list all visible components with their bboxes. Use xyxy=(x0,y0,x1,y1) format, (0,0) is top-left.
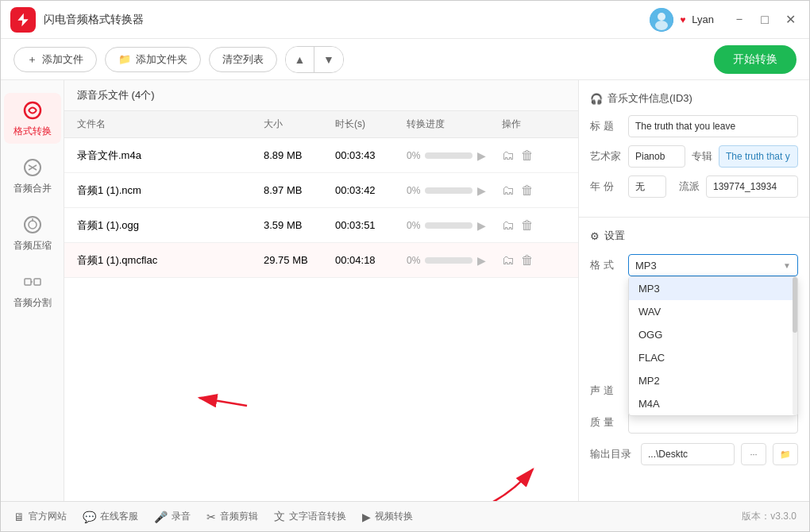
progress-bar: 0% ▶ xyxy=(407,184,502,197)
format-row: 格 式 MP3 ▼ MP3 WAV OGG FLAC MP2 xyxy=(590,254,798,276)
delete-icon[interactable]: 🗑 xyxy=(521,218,534,233)
clear-list-button[interactable]: 清空列表 xyxy=(209,47,277,72)
edit-icon: ✂ xyxy=(206,511,216,523)
add-file-button[interactable]: ＋ 添加文件 xyxy=(14,47,97,72)
split-icon xyxy=(21,271,44,293)
username: Lyan xyxy=(692,13,714,25)
action-btns: 🗂 🗑 xyxy=(502,253,565,268)
delete-icon[interactable]: 🗑 xyxy=(521,183,534,198)
delete-icon[interactable]: 🗑 xyxy=(521,148,534,163)
action-btns: 🗂 🗑 xyxy=(502,183,565,198)
folder-open-icon[interactable]: 🗂 xyxy=(502,253,515,268)
format-option-mp3[interactable]: MP3 xyxy=(629,277,797,300)
year-value[interactable]: 无 xyxy=(628,175,666,198)
table-body: 录音文件.m4a 8.89 MB 00:03:43 0% ▶ 🗂 🗑 音频1 (… xyxy=(64,138,578,501)
title-value[interactable]: The truth that you leave xyxy=(628,115,798,137)
add-folder-button[interactable]: 📁 添加文件夹 xyxy=(105,47,201,72)
id3-title: 🎧 音乐文件信息(ID3) xyxy=(590,91,798,106)
genre-value[interactable]: 139774_13934 xyxy=(706,175,798,198)
table-row[interactable]: 音频1 (1).ogg 3.59 MB 00:03:51 0% ▶ 🗂 🗑 xyxy=(64,208,578,243)
album-field-label: 专辑 xyxy=(692,149,712,164)
sidebar-label-compress: 音频压缩 xyxy=(14,239,52,253)
table-row[interactable]: 音频1 (1).ncm 8.97 MB 00:03:42 0% ▶ 🗂 🗑 xyxy=(64,173,578,208)
col-action: 操作 xyxy=(502,118,565,131)
format-option-mp2[interactable]: MP2 xyxy=(629,369,797,392)
sidebar-item-compress[interactable]: 音频压缩 xyxy=(4,207,61,258)
artist-value[interactable]: Pianob xyxy=(628,145,685,168)
progress-bar: 0% ▶ xyxy=(407,254,502,267)
table-row[interactable]: 录音文件.m4a 8.89 MB 00:03:43 0% ▶ 🗂 🗑 xyxy=(64,138,578,173)
settings-section: ⚙ 设置 格 式 MP3 ▼ MP3 WAV OGG xyxy=(579,218,809,501)
output-path[interactable]: ...\Desktc xyxy=(641,443,735,465)
album-value[interactable]: The truth that y xyxy=(719,145,798,168)
format-option-wav[interactable]: WAV xyxy=(629,300,797,323)
bottom-item-record[interactable]: 🎤 录音 xyxy=(154,510,191,523)
output-path-browse-button[interactable]: 📁 xyxy=(773,443,798,465)
artist-field-label: 艺术家 xyxy=(590,149,622,164)
format-option-ogg[interactable]: OGG xyxy=(629,323,797,346)
table-row[interactable]: 音频1 (1).qmcflac 29.75 MB 00:04:18 0% ▶ 🗂… xyxy=(64,243,578,278)
format-option-flac[interactable]: FLAC xyxy=(629,346,797,369)
tts-icon: 文 xyxy=(274,510,285,524)
folder-open-icon[interactable]: 🗂 xyxy=(502,183,515,198)
move-down-button[interactable]: ▼ xyxy=(314,47,343,72)
sidebar-label-format: 格式转换 xyxy=(14,125,52,138)
svg-point-2 xyxy=(658,13,665,21)
right-panel: 🎧 音乐文件信息(ID3) 标 题 The truth that you lea… xyxy=(579,80,809,501)
nav-buttons: ▲ ▼ xyxy=(285,46,344,73)
maximize-button[interactable]: □ xyxy=(755,10,774,29)
sidebar-item-merge[interactable]: 音频合并 xyxy=(4,150,61,201)
add-file-icon: ＋ xyxy=(27,52,37,67)
merge-icon xyxy=(21,156,44,179)
bottom-item-edit[interactable]: ✂ 音频剪辑 xyxy=(206,510,258,523)
format-option-m4a[interactable]: M4A xyxy=(629,392,797,415)
format-field-label: 格 式 xyxy=(590,258,622,272)
year-field-label: 年 份 xyxy=(590,179,622,194)
sidebar-label-split: 音频分割 xyxy=(14,296,52,310)
website-icon: 🖥 xyxy=(14,511,25,523)
bottom-items: 🖥 官方网站 💬 在线客服 🎤 录音 ✂ 音频剪辑 文 文字语音转换 ▶ 视频 xyxy=(14,510,742,524)
output-field-label: 输出目录 xyxy=(590,447,634,461)
output-path-dots-button[interactable]: ··· xyxy=(741,443,766,465)
delete-icon[interactable]: 🗑 xyxy=(521,253,534,268)
svg-point-7 xyxy=(29,221,37,229)
toolbar: ＋ 添加文件 📁 添加文件夹 清空列表 ▲ ▼ 开始转换 xyxy=(1,39,809,80)
file-area: 源音乐文件 (4个) 文件名 大小 时长(s) 转换进度 操作 录音文件.m4a… xyxy=(64,80,579,501)
bottom-item-website[interactable]: 🖥 官方网站 xyxy=(14,510,67,523)
genre-field-label: 流派 xyxy=(679,179,700,194)
id3-section: 🎧 音乐文件信息(ID3) 标 题 The truth that you lea… xyxy=(579,80,809,218)
svg-rect-9 xyxy=(25,279,31,285)
start-convert-button[interactable]: 开始转换 xyxy=(714,45,796,74)
format-select-container: MP3 ▼ MP3 WAV OGG FLAC MP2 M4A xyxy=(628,254,798,276)
bottombar: 🖥 官方网站 💬 在线客服 🎤 录音 ✂ 音频剪辑 文 文字语音转换 ▶ 视频 xyxy=(1,501,809,531)
folder-open-icon[interactable]: 🗂 xyxy=(502,148,515,163)
dropdown-arrow-icon: ▼ xyxy=(783,261,791,270)
sidebar-item-format[interactable]: 格式转换 xyxy=(4,93,61,144)
title-field-label: 标 题 xyxy=(590,119,622,133)
bottom-item-tts[interactable]: 文 文字语音转换 xyxy=(274,510,346,524)
col-size: 大小 xyxy=(264,118,335,131)
table-header: 文件名 大小 时长(s) 转换进度 操作 xyxy=(64,111,578,138)
output-row: 输出目录 ...\Desktc ··· 📁 xyxy=(590,443,798,465)
format-select[interactable]: MP3 ▼ xyxy=(628,254,798,276)
channel-field-label: 声 道 xyxy=(590,384,622,398)
close-button[interactable]: ✕ xyxy=(781,10,800,29)
bottom-item-support[interactable]: 💬 在线客服 xyxy=(83,510,138,523)
folder-open-icon[interactable]: 🗂 xyxy=(502,218,515,233)
titlebar: 闪电音频格式转换器 ♥ Lyan － □ ✕ xyxy=(1,1,809,39)
progress-bar: 0% ▶ xyxy=(407,219,502,232)
version-label: 版本：v3.3.0 xyxy=(742,510,796,523)
sidebar-item-split[interactable]: 音频分割 xyxy=(4,264,61,315)
heart-icon: ♥ xyxy=(680,14,685,25)
format-icon xyxy=(21,99,44,121)
avatar xyxy=(650,8,673,32)
action-btns: 🗂 🗑 xyxy=(502,148,565,163)
settings-title: ⚙ 设置 xyxy=(590,229,798,243)
move-up-button[interactable]: ▲ xyxy=(286,47,314,72)
bottom-item-video[interactable]: ▶ 视频转换 xyxy=(362,510,413,523)
dropdown-scrollbar[interactable] xyxy=(793,277,797,415)
svg-point-4 xyxy=(25,102,40,118)
title-row: 标 题 The truth that you leave xyxy=(590,115,798,137)
svg-rect-10 xyxy=(34,279,40,285)
minimize-button[interactable]: － xyxy=(730,10,749,29)
